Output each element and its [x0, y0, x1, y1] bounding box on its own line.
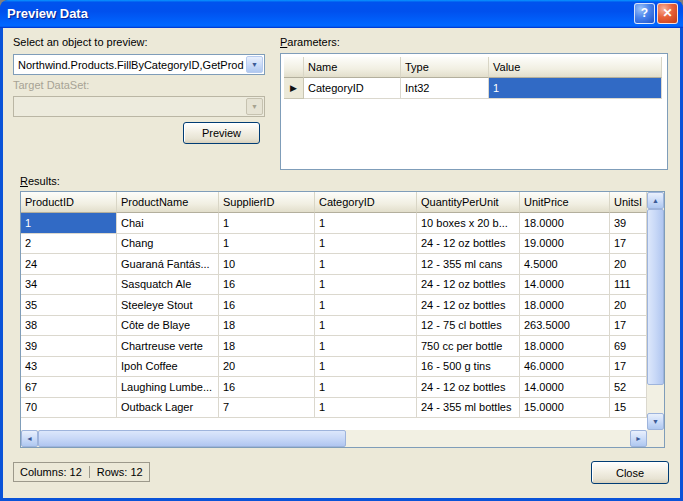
preview-button[interactable]: Preview	[183, 122, 260, 144]
parameters-cell[interactable]: CategoryID	[304, 78, 401, 99]
vertical-scrollbar-thumb[interactable]	[647, 209, 664, 385]
results-cell[interactable]: 18.0000	[520, 213, 610, 234]
results-cell[interactable]: 14.0000	[520, 377, 610, 398]
results-cell[interactable]: 1	[219, 234, 315, 255]
scroll-up-icon[interactable]: ▲	[647, 192, 664, 209]
scroll-down-icon[interactable]: ▼	[647, 413, 664, 430]
results-cell[interactable]: 18.0000	[520, 336, 610, 357]
results-cell[interactable]: 17	[610, 357, 647, 378]
results-column-header[interactable]: CategoryID	[315, 192, 417, 213]
results-cell[interactable]: 19.0000	[520, 234, 610, 255]
results-cell[interactable]: 43	[21, 357, 117, 378]
results-cell[interactable]: Laughing Lumbe...	[117, 377, 219, 398]
results-cell[interactable]: 20	[219, 357, 315, 378]
results-row: 34Sasquatch Ale16124 - 12 oz bottles14.0…	[21, 275, 647, 296]
results-cell[interactable]: 18	[219, 316, 315, 337]
results-cell[interactable]: 15.0000	[520, 398, 610, 419]
results-cell[interactable]: 39	[610, 213, 647, 234]
scroll-left-icon[interactable]: ◄	[21, 430, 38, 447]
results-cell[interactable]: 1	[315, 234, 417, 255]
results-cell[interactable]: 70	[21, 398, 117, 419]
results-cell[interactable]: 1	[315, 213, 417, 234]
results-cell[interactable]: 1	[315, 336, 417, 357]
results-cell[interactable]: 35	[21, 295, 117, 316]
results-cell[interactable]: 1	[315, 254, 417, 275]
results-cell[interactable]: 24	[21, 254, 117, 275]
results-cell[interactable]: 16	[219, 295, 315, 316]
object-combobox-dropdown-icon[interactable]: ▼	[246, 56, 263, 73]
results-cell[interactable]: 20	[610, 295, 647, 316]
results-cell[interactable]: 52	[610, 377, 647, 398]
results-cell[interactable]: 1	[315, 275, 417, 296]
results-cell[interactable]: 16	[219, 275, 315, 296]
results-cell[interactable]: 12 - 75 cl bottles	[417, 316, 520, 337]
results-cell[interactable]: Sasquatch Ale	[117, 275, 219, 296]
results-column-header[interactable]: SupplierID	[219, 192, 315, 213]
results-cell[interactable]: 69	[610, 336, 647, 357]
results-cell[interactable]: 750 cc per bottle	[417, 336, 520, 357]
titlebar[interactable]: Preview Data ? ✕	[0, 0, 683, 28]
results-cell[interactable]: 1	[315, 316, 417, 337]
results-cell[interactable]: 34	[21, 275, 117, 296]
results-cell[interactable]: Guaraná Fantás...	[117, 254, 219, 275]
results-cell[interactable]: 17	[610, 234, 647, 255]
results-cell[interactable]: Chang	[117, 234, 219, 255]
results-cell[interactable]: Ipoh Coffee	[117, 357, 219, 378]
results-row: 70Outback Lager7124 - 355 ml bottles15.0…	[21, 398, 647, 419]
parameters-cell[interactable]: Int32	[401, 78, 489, 99]
parameters-cell[interactable]: 1	[489, 78, 662, 99]
results-cell[interactable]: 18	[219, 336, 315, 357]
results-cell[interactable]: 20	[610, 254, 647, 275]
results-cell[interactable]: 1	[219, 213, 315, 234]
results-cell[interactable]: Chartreuse verte	[117, 336, 219, 357]
results-cell[interactable]: 12 - 355 ml cans	[417, 254, 520, 275]
results-cell[interactable]: Outback Lager	[117, 398, 219, 419]
results-column-header[interactable]: UnitPrice	[520, 192, 610, 213]
results-cell[interactable]: 7	[219, 398, 315, 419]
results-cell[interactable]: 24 - 12 oz bottles	[417, 234, 520, 255]
horizontal-scrollbar[interactable]: ◄ ►	[21, 430, 647, 447]
results-cell[interactable]: 1	[315, 377, 417, 398]
results-cell[interactable]: 10	[219, 254, 315, 275]
results-cell[interactable]: 24 - 12 oz bottles	[417, 295, 520, 316]
results-cell[interactable]: 1	[315, 398, 417, 419]
results-cell[interactable]: 16	[219, 377, 315, 398]
results-cell[interactable]: 1	[21, 213, 117, 234]
results-row: 24Guaraná Fantás...10112 - 355 ml cans4.…	[21, 254, 647, 275]
results-cell[interactable]: 24 - 355 ml bottles	[417, 398, 520, 419]
results-column-header[interactable]: ProductName	[117, 192, 219, 213]
results-cell[interactable]: 17	[610, 316, 647, 337]
results-cell[interactable]: Chai	[117, 213, 219, 234]
results-cell[interactable]: 263.5000	[520, 316, 610, 337]
results-cell[interactable]: 15	[610, 398, 647, 419]
results-cell[interactable]: 14.0000	[520, 275, 610, 296]
object-combobox[interactable]: Northwind.Products.FillByCategoryID,GetP…	[13, 54, 265, 75]
results-cell[interactable]: 67	[21, 377, 117, 398]
results-column-header[interactable]: ProductID	[21, 192, 117, 213]
results-cell[interactable]: 16 - 500 g tins	[417, 357, 520, 378]
horizontal-scrollbar-thumb[interactable]	[38, 430, 346, 447]
results-cell[interactable]: 39	[21, 336, 117, 357]
results-cell[interactable]: 4.5000	[520, 254, 610, 275]
help-button[interactable]: ?	[634, 3, 655, 24]
results-cell[interactable]: 10 boxes x 20 b...	[417, 213, 520, 234]
vertical-scrollbar[interactable]: ▲ ▼	[647, 192, 664, 430]
results-cell[interactable]: 38	[21, 316, 117, 337]
results-cell[interactable]: 18.0000	[520, 295, 610, 316]
scroll-right-icon[interactable]: ►	[630, 430, 647, 447]
preview-button-label: Preview	[202, 127, 241, 139]
results-cell[interactable]: 24 - 12 oz bottles	[417, 377, 520, 398]
close-button[interactable]: Close	[591, 461, 669, 484]
results-column-header[interactable]: QuantityPerUnit	[417, 192, 520, 213]
results-cell[interactable]: 46.0000	[520, 357, 610, 378]
results-cell[interactable]: 1	[315, 357, 417, 378]
results-cell[interactable]: 24 - 12 oz bottles	[417, 275, 520, 296]
results-cell[interactable]: Côte de Blaye	[117, 316, 219, 337]
results-cell[interactable]: 1	[315, 295, 417, 316]
window-close-button[interactable]: ✕	[657, 3, 678, 24]
results-column-header[interactable]: UnitsI	[610, 192, 647, 213]
results-cell[interactable]: 111	[610, 275, 647, 296]
current-row-indicator-icon: ▶	[284, 78, 304, 99]
results-cell[interactable]: 2	[21, 234, 117, 255]
results-cell[interactable]: Steeleye Stout	[117, 295, 219, 316]
